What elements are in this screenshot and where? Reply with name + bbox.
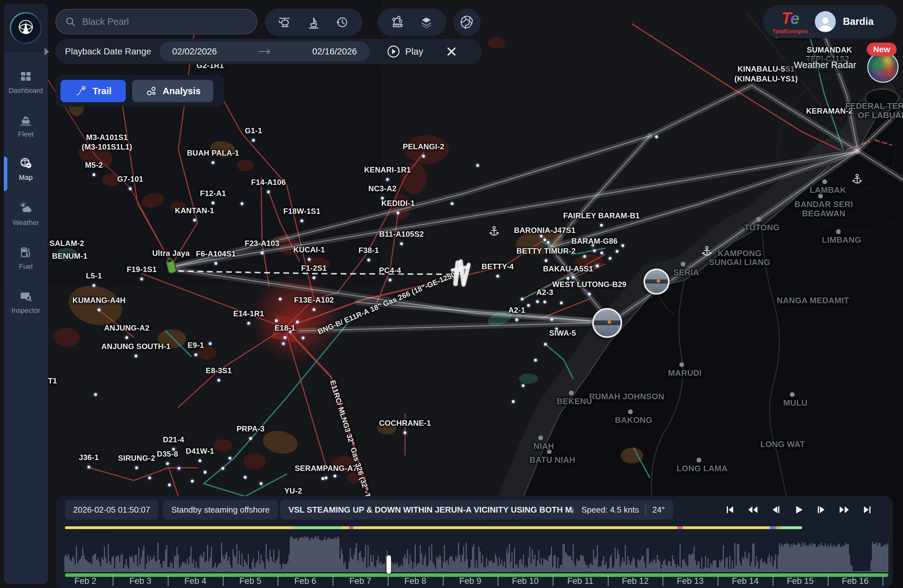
- layers-icon[interactable]: [419, 15, 434, 30]
- timeline-tick: [223, 575, 223, 586]
- map-tools-group-2: [378, 9, 447, 36]
- timeline-tick: [553, 575, 554, 586]
- vessel-photo-marker[interactable]: [643, 268, 670, 295]
- totalenergies-logo: Te TotalEnergies: [772, 9, 808, 34]
- timeline-tick: [883, 575, 883, 586]
- mode-switcher: Trail Analysis: [55, 75, 224, 107]
- weather-radar-thumbnail[interactable]: [867, 52, 898, 83]
- timeline-date-label: Feb 6: [294, 576, 316, 586]
- timeline-tick: [498, 575, 498, 586]
- timeline-date-label: Feb 11: [567, 576, 593, 586]
- sidebar: DashboardFleetMapWeatherFuelInspector: [4, 4, 48, 584]
- vessel-icon[interactable]: [306, 15, 321, 30]
- play-circle-icon: [386, 44, 401, 59]
- sidebar-item-dashboard[interactable]: Dashboard: [4, 69, 48, 95]
- timeline-tick: [168, 575, 168, 586]
- analysis-tab[interactable]: Analysis: [132, 80, 213, 102]
- playback-timeline-panel: 2026-02-05 01:50:07 Standby steaming off…: [55, 496, 893, 588]
- play-button[interactable]: Play: [386, 44, 423, 59]
- playback-daterange-bar: Playback Date Range 02/02/2026 02/16/202…: [55, 39, 482, 64]
- trail-icon: [75, 85, 88, 97]
- app-logo-icon: [10, 12, 42, 44]
- timeline-date-label: Feb 5: [239, 576, 261, 586]
- vessel-photo-marker[interactable]: [592, 308, 622, 338]
- timeline-date-label: Feb 16: [842, 576, 868, 586]
- search-icon: [64, 16, 76, 28]
- timeline-date-label: Feb 3: [129, 576, 151, 586]
- timeline-date-label: Feb 14: [732, 576, 759, 586]
- globe-icon[interactable]: [453, 9, 481, 36]
- date-start[interactable]: 02/02/2026: [172, 47, 217, 56]
- timeline-date-label: Feb 7: [349, 576, 371, 586]
- app-logo-tile[interactable]: [4, 4, 48, 52]
- timeline-tick: [828, 575, 829, 586]
- timeline-date-label: Feb 13: [677, 576, 704, 586]
- timeline-tick: [113, 575, 113, 586]
- date-end[interactable]: 02/16/2026: [312, 47, 357, 56]
- timeline-tick: [608, 575, 609, 586]
- sidebar-item-fuel[interactable]: Fuel: [4, 245, 48, 271]
- playback-daterange-label: Playback Date Range: [65, 47, 151, 56]
- search-input[interactable]: [82, 16, 249, 27]
- map-tools-group-1: [265, 9, 362, 36]
- timeline-date-label: Feb 4: [184, 576, 206, 586]
- new-badge: New: [867, 42, 897, 56]
- sidebar-item-weather[interactable]: Weather: [4, 201, 48, 227]
- close-icon[interactable]: [445, 45, 458, 58]
- user-brand-pill[interactable]: Te TotalEnergies Bardia: [763, 5, 897, 38]
- measure-icon[interactable]: [390, 15, 405, 30]
- timeline-date-label: Feb 12: [622, 576, 648, 586]
- weather-radar-label: Weather Radar: [785, 56, 865, 73]
- timeline-date-label: Feb 15: [787, 576, 813, 586]
- arrow-right-icon: [258, 48, 272, 55]
- daterange-picker[interactable]: 02/02/2026 02/16/2026: [159, 42, 370, 61]
- helicopter-icon[interactable]: [278, 15, 292, 30]
- timeline-date-label: Feb 10: [512, 576, 539, 586]
- app-root: G2-1R1M3-A101S1(M3-101S1L1)G1-1BUAH PALA…: [0, 0, 903, 588]
- timeline-tick: [773, 575, 773, 586]
- playhead-handle[interactable]: [387, 555, 391, 574]
- timeline-tick: [388, 575, 389, 586]
- timeline-tick: [278, 575, 278, 586]
- sidebar-item-map[interactable]: Map: [4, 156, 48, 182]
- timeline-tick: [333, 575, 334, 586]
- sidebar-item-fleet[interactable]: Fleet: [4, 113, 48, 138]
- timeline-date-label: Feb 8: [404, 576, 426, 586]
- user-name: Bardia: [843, 16, 873, 27]
- vessel-cluster-marker[interactable]: [448, 259, 474, 294]
- sidebar-collapse-icon[interactable]: [44, 48, 49, 55]
- analysis-icon: [145, 85, 157, 97]
- timeline-date-label: Feb 9: [459, 576, 481, 586]
- timeline-tick: [443, 575, 444, 586]
- avatar[interactable]: [815, 11, 836, 32]
- trail-tab[interactable]: Trail: [60, 80, 126, 102]
- sidebar-item-inspector[interactable]: Inspector: [4, 289, 48, 315]
- search-bar[interactable]: [55, 9, 257, 34]
- timeline-date-label: Feb 2: [74, 576, 96, 586]
- vessel-marker-ultra-jaya[interactable]: [162, 255, 180, 276]
- timeline-tick: [718, 575, 718, 586]
- timeline-tick: [662, 575, 663, 586]
- history-icon[interactable]: [335, 15, 349, 30]
